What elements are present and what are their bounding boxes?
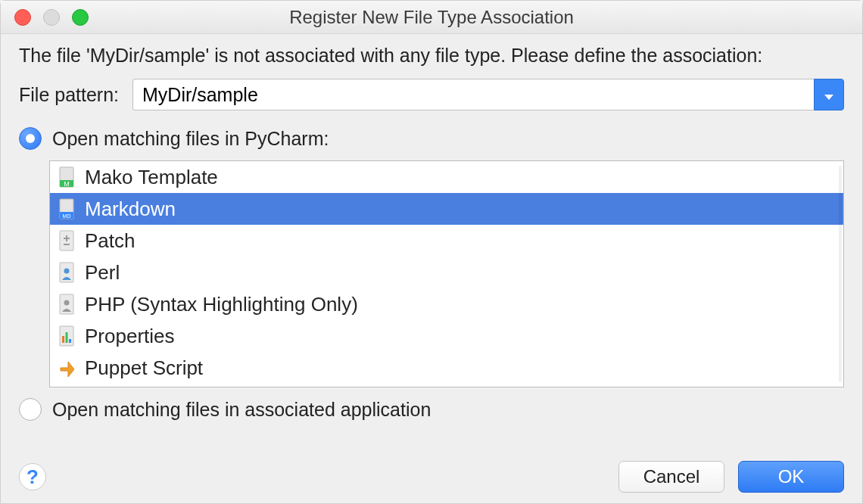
list-item-label: PHP (Syntax Highlighting Only) [85, 293, 358, 316]
help-button[interactable]: ? [19, 463, 46, 490]
file-pattern-combo[interactable] [132, 79, 844, 110]
list-item-label: Markdown [85, 198, 176, 221]
svg-rect-8 [66, 235, 67, 241]
file-pattern-label: File pattern: [19, 84, 119, 106]
list-item[interactable]: Python [50, 384, 843, 387]
svg-rect-17 [69, 339, 71, 343]
list-item-label: Puppet Script [85, 356, 203, 380]
file-pattern-input[interactable] [132, 79, 814, 110]
list-item[interactable]: M Mako Template [50, 161, 843, 193]
scrollbar[interactable] [839, 166, 842, 382]
file-pattern-dropdown-button[interactable] [814, 79, 844, 110]
help-icon: ? [26, 465, 39, 489]
svg-point-13 [64, 300, 70, 306]
radio-open-in-pycharm[interactable]: Open matching files in PyCharm: [19, 127, 844, 150]
radio-open-in-associated-label: Open matching files in associated applic… [52, 399, 431, 421]
cancel-button-label: Cancel [643, 466, 700, 487]
radio-button-icon[interactable] [19, 127, 42, 150]
minimize-window-button [43, 9, 60, 26]
list-item-label: Python [85, 387, 146, 387]
list-item-label: Perl [85, 261, 120, 285]
file-type-icon [58, 262, 76, 283]
svg-text:M: M [64, 180, 70, 188]
radio-open-in-associated[interactable]: Open matching files in associated applic… [19, 398, 844, 421]
svg-rect-15 [62, 336, 64, 343]
zoom-window-button[interactable] [72, 9, 89, 26]
list-item-label: Patch [85, 229, 136, 253]
chevron-down-icon [824, 84, 834, 106]
file-pattern-row: File pattern: [19, 79, 844, 110]
list-item[interactable]: Puppet Script [50, 352, 843, 384]
list-item[interactable]: Perl [50, 257, 843, 288]
list-item[interactable]: PHP (Syntax Highlighting Only) [50, 288, 843, 320]
svg-rect-9 [64, 244, 70, 245]
list-item[interactable]: Properties [50, 320, 843, 352]
titlebar[interactable]: Register New File Type Association [1, 1, 862, 34]
ok-button-label: OK [778, 466, 805, 487]
radio-open-in-pycharm-label: Open matching files in PyCharm: [52, 128, 329, 150]
dialog-window: Register New File Type Association The f… [0, 0, 863, 504]
file-type-icon: MD [58, 198, 76, 219]
list-item[interactable]: Patch [50, 225, 843, 257]
ok-button[interactable]: OK [738, 461, 844, 493]
file-type-icon [58, 387, 76, 387]
file-type-icon [58, 294, 76, 315]
file-type-list[interactable]: M Mako Template MD Markdown [49, 160, 844, 387]
file-type-icon: M [58, 166, 76, 188]
file-type-list-wrap: M Mako Template MD Markdown [49, 160, 844, 387]
prompt-text: The file 'MyDir/sample' is not associate… [19, 45, 844, 67]
dialog-footer: ? Cancel OK [1, 456, 862, 503]
list-item-label: Properties [85, 325, 175, 348]
cancel-button[interactable]: Cancel [618, 461, 724, 493]
list-item[interactable]: MD Markdown [50, 193, 843, 225]
file-type-icon [58, 357, 76, 378]
svg-rect-16 [66, 332, 68, 343]
window-controls [14, 9, 89, 26]
svg-point-11 [64, 269, 70, 274]
radio-button-icon[interactable] [19, 398, 42, 421]
dialog-content: The file 'MyDir/sample' is not associate… [1, 34, 862, 456]
file-type-icon [58, 230, 76, 251]
close-window-button[interactable] [14, 9, 31, 26]
svg-text:MD: MD [63, 213, 71, 219]
file-type-icon [58, 325, 76, 347]
list-item-label: Mako Template [85, 166, 218, 189]
window-title: Register New File Type Association [1, 7, 862, 28]
